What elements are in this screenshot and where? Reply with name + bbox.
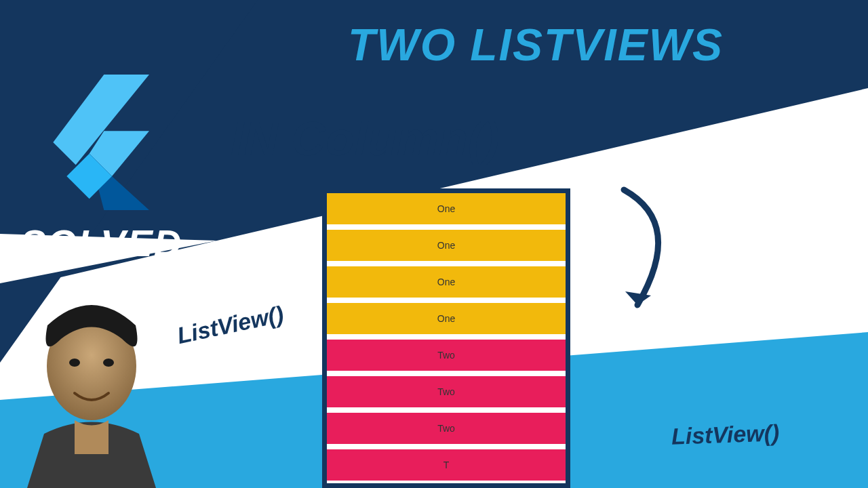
- list-item: One: [327, 230, 566, 261]
- listview-label-right: ListView(): [671, 420, 780, 450]
- title-in-column: IN Column(): [231, 112, 500, 166]
- list-item: Two: [327, 340, 566, 371]
- phone-mock: One One One One Two Two Two T: [322, 188, 570, 488]
- listview-container: One One One One Two Two Two T: [327, 193, 566, 481]
- list-item: Two: [327, 376, 566, 407]
- list-item: One: [327, 193, 566, 224]
- list-item: One: [327, 303, 566, 334]
- list-item: T: [327, 449, 566, 481]
- svg-point-11: [103, 359, 114, 367]
- arrow-icon: [597, 183, 705, 332]
- list-item: Two: [327, 413, 566, 444]
- title-two-listviews: TWO LISTVIEWS: [203, 19, 868, 70]
- flutter-logo-icon: [41, 75, 156, 210]
- presenter-photo: [7, 298, 176, 488]
- solved-badge: SOLVED: [20, 221, 182, 265]
- list-item: One: [327, 266, 566, 298]
- svg-point-10: [69, 359, 80, 367]
